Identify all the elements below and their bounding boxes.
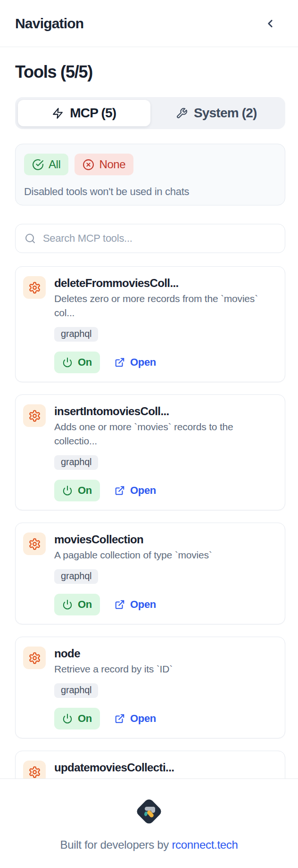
tool-open-link[interactable]: Open — [115, 484, 156, 497]
tool-description: Adds one or more `movies` records to the… — [54, 420, 277, 448]
tool-card-list: deleteFrommoviesColl... Deletes zero or … — [15, 266, 285, 867]
gear-icon — [23, 276, 46, 299]
tool-open-link[interactable]: Open — [115, 712, 156, 725]
tool-actions: On Open — [54, 708, 173, 729]
tool-toggle-button[interactable]: On — [54, 708, 100, 729]
tool-title: insertIntomoviesColl... — [54, 404, 277, 418]
tool-toggle-label: On — [78, 712, 92, 725]
tool-open-label: Open — [130, 356, 156, 368]
enable-all-button[interactable]: All — [24, 154, 68, 175]
tool-card: insertIntomoviesColl... Adds one or more… — [15, 394, 285, 510]
tool-title: deleteFrommoviesColl... — [54, 276, 277, 290]
check-circle-icon — [32, 159, 44, 171]
sidebar-title: Navigation — [15, 16, 83, 32]
external-link-icon — [115, 713, 125, 724]
tool-toggle-button[interactable]: On — [54, 480, 100, 501]
power-icon — [62, 357, 73, 368]
tools-heading: Tools (5/5) — [15, 62, 285, 82]
chevron-left-icon — [264, 17, 276, 30]
gear-icon — [23, 647, 46, 669]
tool-description: A pagable collection of type `movies` — [54, 548, 212, 562]
bulk-toggle-panel: All None Disabled tools won't be used in… — [15, 144, 285, 205]
tool-actions: On Open — [54, 352, 277, 373]
tool-card: deleteFrommoviesColl... Deletes zero or … — [15, 266, 285, 382]
tab-system[interactable]: System (2) — [150, 100, 283, 126]
tool-toggle-label: On — [78, 356, 92, 368]
tool-description: Retrieve a record by its `ID` — [54, 662, 173, 676]
search-icon — [25, 233, 36, 244]
wrench-icon — [176, 107, 188, 119]
power-icon — [62, 713, 73, 724]
bulk-hint-text: Disabled tools won't be used in chats — [24, 186, 276, 198]
external-link-icon — [115, 485, 125, 496]
tab-system-label: System (2) — [194, 106, 257, 121]
tool-title: node — [54, 647, 173, 661]
enable-all-label: All — [49, 158, 60, 171]
navigation-sidebar: Navigation Tools (5/5) MCP (5) System (2… — [0, 0, 298, 868]
collapse-sidebar-button[interactable] — [261, 15, 279, 33]
tool-open-label: Open — [130, 598, 156, 611]
external-link-icon — [115, 599, 125, 610]
zap-icon — [52, 107, 64, 119]
tool-description: Deletes zero or more records from the `m… — [54, 292, 277, 320]
tools-tab-bar: MCP (5) System (2) — [15, 97, 285, 129]
tools-section: Tools (5/5) MCP (5) System (2) — [0, 62, 298, 867]
search-box — [15, 224, 285, 253]
power-icon — [62, 485, 73, 496]
search-input[interactable] — [43, 232, 276, 245]
rconnect-logo — [134, 797, 164, 826]
x-circle-icon — [83, 159, 94, 171]
tool-title: updatemoviesCollecti... — [54, 761, 277, 775]
tool-toggle-label: On — [78, 484, 92, 497]
tool-toggle-label: On — [78, 598, 92, 611]
tab-mcp[interactable]: MCP (5) — [18, 100, 150, 126]
external-link-icon — [115, 357, 125, 368]
tool-toggle-button[interactable]: On — [54, 594, 100, 615]
tool-actions: On Open — [54, 594, 212, 615]
tool-actions: On Open — [54, 480, 277, 501]
sidebar-footer: Built for developers by rconnect.tech — [0, 778, 298, 868]
disable-all-button[interactable]: None — [74, 154, 133, 175]
bulk-buttons: All None — [24, 154, 276, 175]
power-icon — [62, 599, 73, 610]
tool-open-link[interactable]: Open — [115, 598, 156, 611]
footer-credit: Built for developers by rconnect.tech — [60, 838, 238, 852]
tool-tag: graphql — [54, 455, 98, 470]
tool-title: moviesCollection — [54, 532, 212, 547]
tool-toggle-button[interactable]: On — [54, 352, 100, 373]
gear-icon — [23, 404, 46, 427]
footer-credit-text: Built for developers by — [60, 838, 172, 851]
tool-card: moviesCollection A pagable collection of… — [15, 523, 285, 624]
tool-tag: graphql — [54, 569, 98, 584]
sidebar-header: Navigation — [0, 0, 298, 47]
gear-icon — [23, 532, 46, 555]
rconnect-link[interactable]: rconnect.tech — [172, 838, 238, 851]
tool-tag: graphql — [54, 683, 98, 698]
tool-open-label: Open — [130, 712, 156, 725]
disable-all-label: None — [99, 158, 125, 171]
tab-mcp-label: MCP (5) — [70, 106, 116, 121]
tool-tag: graphql — [54, 327, 98, 342]
tool-open-link[interactable]: Open — [115, 356, 156, 368]
tool-open-label: Open — [130, 484, 156, 497]
tool-card: node Retrieve a record by its `ID` graph… — [15, 637, 285, 738]
